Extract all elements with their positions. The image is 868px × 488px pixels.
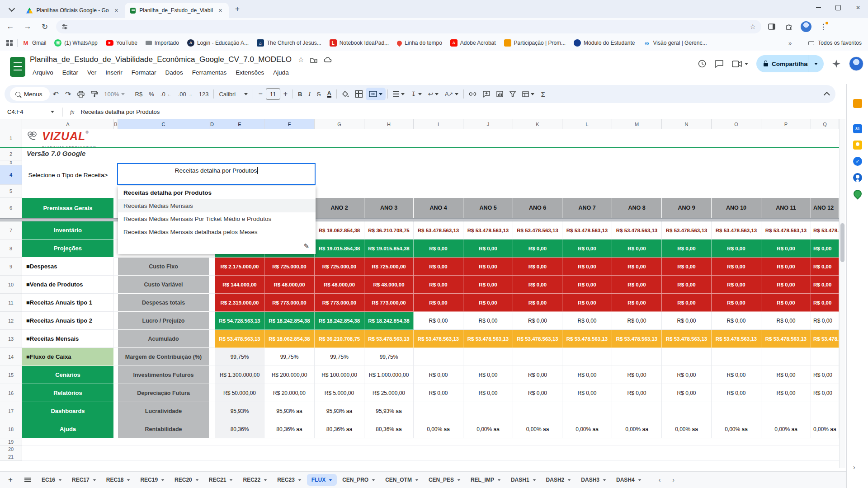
bookmark-star-icon[interactable]: ☆	[750, 23, 756, 31]
row-number[interactable]: 15	[0, 366, 22, 384]
cell-value[interactable]: R$ 144.000,00	[215, 276, 264, 294]
sheet-tab-rel_imp[interactable]: REL_IMP	[466, 474, 505, 486]
add-sheet-button[interactable]: +	[4, 473, 17, 487]
move-folder-icon[interactable]	[310, 57, 317, 63]
cell[interactable]	[114, 276, 118, 294]
cell-value[interactable]	[513, 402, 562, 420]
column-header-H[interactable]: H	[364, 119, 414, 129]
cell-value[interactable]: R$ 53.478.563,13	[562, 330, 612, 348]
year-header[interactable]: ANO 5	[463, 198, 513, 218]
row-number[interactable]: 20	[0, 446, 22, 453]
reload-icon[interactable]: ↻	[38, 20, 52, 33]
cell-value[interactable]: R$ 53.478.563,13	[513, 221, 562, 239]
cell-value[interactable]: R$ 0,00	[513, 384, 562, 402]
cell-value[interactable]: R$ 0,00	[811, 258, 839, 276]
metric-label-cell[interactable]: Acumulado	[118, 330, 209, 348]
cell-value[interactable]: R$ 0,00	[612, 294, 662, 312]
cell-value[interactable]	[662, 348, 712, 366]
cell-value[interactable]: R$ 0,00	[414, 312, 463, 330]
sheets-logo-icon[interactable]	[10, 57, 25, 78]
column-header-M[interactable]: M	[612, 119, 662, 129]
bookmark-item[interactable]: MGmail	[22, 39, 46, 47]
cell-value[interactable]: R$ 2.319.000,00	[215, 294, 264, 312]
vertical-align-button[interactable]: ↧	[408, 88, 425, 100]
filter-icon[interactable]	[506, 88, 519, 100]
bookmark-item[interactable]: ALogin - Educação A...	[187, 39, 249, 47]
sheet-tab-menu-icon[interactable]	[568, 479, 571, 481]
cell-value[interactable]: R$ 5.000,00	[315, 384, 364, 402]
cell[interactable]	[114, 420, 118, 438]
cell[interactable]	[209, 276, 215, 294]
star-icon[interactable]: ☆	[298, 56, 304, 64]
cell-value[interactable]	[761, 402, 811, 420]
cell-value[interactable]: R$ 50.000,00	[215, 384, 264, 402]
cell[interactable]	[209, 420, 215, 438]
bookmarks-overflow-icon[interactable]: »	[788, 40, 792, 47]
year-header[interactable]: ANO 2	[315, 198, 364, 218]
cell-value[interactable]: R$ 725.000,00	[315, 258, 364, 276]
text-rotation-button[interactable]: A↗	[442, 88, 462, 100]
cell-value[interactable]: R$ 0,00	[662, 312, 712, 330]
year-header[interactable]: ANO 11	[761, 198, 811, 218]
cell-value[interactable]: 0,00% aa	[712, 420, 761, 438]
cell[interactable]	[114, 294, 118, 312]
cell-value[interactable]: R$ 0,00	[513, 312, 562, 330]
sheet-tab-menu-icon[interactable]	[533, 479, 536, 481]
metric-label-cell[interactable]: Investimentos Futuros	[118, 366, 209, 384]
sheet-tab-menu-icon[interactable]	[127, 479, 130, 481]
cell-value[interactable]: R$ 18.062.854,38	[315, 221, 364, 239]
cell-value[interactable]	[513, 348, 562, 366]
cell-value[interactable]: 99,75%	[364, 348, 414, 366]
cell-value[interactable]: R$ 0,00	[612, 276, 662, 294]
cell[interactable]	[114, 330, 118, 348]
cell[interactable]	[114, 312, 118, 330]
forward-icon[interactable]: →	[21, 20, 34, 33]
cell-value[interactable]: R$ 0,00	[562, 239, 612, 258]
sheet-tab-cen_otm[interactable]: CEN_OTM	[381, 474, 423, 486]
print-icon[interactable]	[74, 88, 88, 100]
sheet-tab-menu-icon[interactable]	[329, 479, 332, 481]
year-header[interactable]: ANO 7	[562, 198, 612, 218]
cell-value[interactable]	[562, 402, 612, 420]
text-color-button[interactable]: A	[324, 88, 335, 100]
tab-close-icon[interactable]: ✕	[113, 7, 120, 14]
year-header[interactable]: ANO 12	[811, 198, 839, 218]
cell[interactable]	[209, 330, 215, 348]
bookmark-item[interactable]: YouTube	[106, 40, 137, 46]
cell-value[interactable]: R$ 0,00	[414, 384, 463, 402]
sheet-tab-rec23[interactable]: REC23	[273, 474, 306, 486]
cell-value[interactable]: R$ 53.478.563,13	[761, 330, 811, 348]
cell-value[interactable]: R$ 0,00	[414, 294, 463, 312]
cell-value[interactable]: 80,36% aa	[264, 420, 315, 438]
cell-value[interactable]: R$ 0,00	[562, 366, 612, 384]
cell-value[interactable]: R$ 0,00	[414, 258, 463, 276]
cell-value[interactable]: R$ 0,00	[463, 239, 513, 258]
sheet-tab-rec22[interactable]: REC22	[238, 474, 272, 486]
sheet-tab-menu-icon[interactable]	[93, 479, 96, 481]
close-button[interactable]: ✕	[848, 0, 868, 15]
sheet-tab-flux[interactable]: FLUX	[307, 474, 337, 486]
column-header-F[interactable]: F	[264, 119, 315, 129]
row-number[interactable]: 9	[0, 258, 22, 276]
cell-value[interactable]: R$ 53.478.563,13	[662, 221, 712, 239]
strikethrough-button[interactable]: S	[314, 88, 324, 100]
sheet-tab-ec16[interactable]: EC16	[37, 474, 66, 486]
cell[interactable]	[114, 221, 118, 239]
cell-value[interactable]	[811, 402, 839, 420]
metric-label-cell[interactable]: Custo Fixo	[118, 258, 209, 276]
italic-button[interactable]: I	[305, 88, 313, 100]
collapse-toolbar-icon[interactable]	[826, 91, 830, 98]
cell-value[interactable]: R$ 0,00	[513, 239, 562, 258]
bookmark-item[interactable]: ∞Visão geral | Gerenc...	[643, 39, 707, 47]
metric-label-cell[interactable]: Custo Variável	[118, 276, 209, 294]
cell-value[interactable]	[463, 402, 513, 420]
sheet-tab-menu-icon[interactable]	[161, 479, 165, 481]
cell-value[interactable]: R$ 773.000,00	[264, 294, 315, 312]
cell-value[interactable]: R$ 0,00	[811, 294, 839, 312]
cell-value[interactable]: R$ 1.300.000,00	[215, 366, 264, 384]
undo-icon[interactable]: ↶	[50, 88, 62, 100]
cell[interactable]	[209, 384, 215, 402]
bookmark-item[interactable]: Módulo do Estudante	[574, 39, 635, 47]
cell-value[interactable]: R$ 48.000,00	[315, 276, 364, 294]
cell-value[interactable]: R$ 725.000,00	[264, 258, 315, 276]
